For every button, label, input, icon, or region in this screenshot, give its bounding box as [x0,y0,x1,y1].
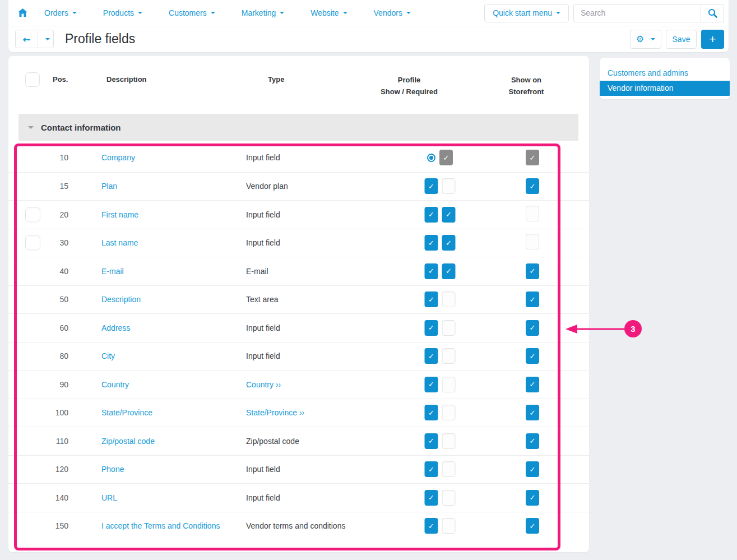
show-on-storefront-checkbox[interactable] [526,206,539,221]
field-description-link[interactable]: Zip/postal code [101,437,155,446]
field-description-link[interactable]: Country [101,380,129,389]
profile-show-checkbox[interactable]: ✓ [425,207,438,223]
nav-item-website[interactable]: Website [310,8,347,17]
profile-required-checkbox[interactable]: ✓ [442,207,456,223]
show-on-storefront-checkbox[interactable]: ✓ [526,518,539,534]
field-description-link[interactable]: URL [101,493,117,502]
profile-show-radio[interactable] [427,154,435,162]
search-group [573,4,724,22]
profile-required-checkbox[interactable]: ✓ [439,150,453,165]
nav-item-vendors[interactable]: Vendors [374,8,411,17]
profile-required-checkbox[interactable] [442,461,456,477]
nav-item-customers[interactable]: Customers [169,8,215,17]
back-dropdown-button[interactable] [38,30,53,48]
sidebar-item-customers-and-admins[interactable]: Customers and admins [600,66,730,81]
show-on-storefront-checkbox[interactable]: ✓ [526,405,539,420]
field-type: Input field [246,465,280,474]
check-icon: ✓ [446,239,452,247]
check-icon: ✓ [530,267,536,275]
nav-item-marketing[interactable]: Marketing [242,8,284,17]
profile-show-checkbox[interactable]: ✓ [425,235,438,251]
show-on-storefront-checkbox[interactable]: ✓ [526,377,539,392]
storefront-slot: ✓ [526,518,539,534]
show-on-storefront-checkbox[interactable]: ✓ [526,320,539,336]
profile-required-checkbox[interactable] [442,377,456,392]
save-button[interactable]: Save [666,30,697,49]
storefront-slot: ✓ [526,150,539,165]
profile-show-checkbox[interactable]: ✓ [425,348,438,364]
profile-required-checkbox[interactable] [442,178,456,194]
table-row: 80CityInput field✓✓ [8,342,589,371]
profile-show-checkbox[interactable]: ✓ [425,405,438,420]
table-header: Pos. Description Type Profile Show / Req… [8,56,589,114]
field-description-link[interactable]: First name [101,210,138,219]
show-on-storefront-checkbox[interactable]: ✓ [526,263,539,279]
profile-required-checkbox[interactable] [442,291,456,307]
field-type-link[interactable]: State/Province ›› [246,408,304,417]
show-on-storefront-checkbox[interactable]: ✓ [526,433,539,449]
profile-required-checkbox[interactable] [442,405,456,420]
field-description-link[interactable]: Description [101,295,141,304]
field-description-link[interactable]: Company [101,153,135,162]
home-button[interactable] [18,8,27,17]
show-on-storefront-checkbox[interactable] [526,234,539,249]
back-button[interactable]: ← [16,30,38,48]
storefront-slot: ✓ [526,377,539,392]
nav-item-orders[interactable]: Orders [44,8,77,17]
profile-required-checkbox[interactable]: ✓ [442,235,456,251]
profile-show-checkbox[interactable]: ✓ [425,377,438,392]
profile-required-checkbox[interactable] [442,348,456,364]
show-on-storefront-checkbox[interactable]: ✓ [526,178,539,194]
field-description-link[interactable]: State/Province [101,408,152,417]
profile-show-required-controls: ✓ [425,461,456,477]
profile-show-required-controls: ✓✓ [425,235,456,251]
field-description-link[interactable]: E-mail [101,267,124,276]
profile-show-checkbox[interactable]: ✓ [425,178,438,194]
field-type-link[interactable]: Country ›› [246,380,281,389]
quick-start-menu-button[interactable]: Quick start menu [484,4,569,22]
nav-item-products[interactable]: Products [103,8,142,17]
field-description-link[interactable]: Last name [101,238,138,247]
profile-required-checkbox[interactable] [442,490,456,506]
profile-required-checkbox[interactable] [442,518,456,534]
profile-show-checkbox[interactable]: ✓ [425,518,438,534]
field-description-link[interactable]: Address [101,323,130,332]
check-icon: ✓ [428,380,434,388]
profile-show-required-controls: ✓ [425,405,456,420]
row-position: 15 [31,182,68,191]
search-input[interactable] [573,4,701,22]
show-on-storefront-checkbox[interactable]: ✓ [526,348,539,364]
profile-required-checkbox[interactable]: ✓ [442,263,456,279]
profile-show-checkbox[interactable]: ✓ [425,263,438,279]
profile-show-checkbox[interactable]: ✓ [425,320,438,336]
settings-gear-button[interactable]: ⚙ [630,30,661,49]
profile-required-checkbox[interactable] [442,320,456,336]
check-icon: ✓ [428,323,434,332]
profile-show-checkbox[interactable]: ✓ [425,461,438,477]
profile-show-checkbox[interactable]: ✓ [425,291,438,307]
sidebar-item-vendor-information[interactable]: Vendor information [600,81,730,96]
show-on-storefront-checkbox[interactable]: ✓ [526,490,539,506]
check-icon: ✓ [428,239,434,247]
profile-show-checkbox[interactable]: ✓ [425,490,438,506]
row-position: 50 [31,295,68,304]
field-description-link[interactable]: City [101,351,115,360]
column-header-profile-line1: Profile [398,76,420,84]
add-button[interactable]: + [701,30,724,49]
show-on-storefront-checkbox[interactable]: ✓ [526,291,539,307]
field-description-link[interactable]: I accept the Terms and Conditions [101,521,220,530]
show-on-storefront-checkbox[interactable]: ✓ [526,150,539,165]
nav-item-label: Products [103,8,134,17]
profile-show-required-controls: ✓✓ [425,207,456,223]
storefront-slot: ✓ [526,348,539,364]
profile-show-checkbox[interactable]: ✓ [425,433,438,449]
table-row: 120PhoneInput field✓✓ [8,455,589,484]
field-description-link[interactable]: Phone [101,465,124,474]
profile-required-checkbox[interactable] [442,433,456,449]
search-button[interactable] [701,4,724,22]
show-on-storefront-checkbox[interactable]: ✓ [526,461,539,477]
section-title: Contact information [41,123,121,132]
section-contact-information[interactable]: Contact information [18,114,578,141]
field-description-link[interactable]: Plan [101,182,117,191]
select-all-checkbox[interactable] [25,72,40,87]
